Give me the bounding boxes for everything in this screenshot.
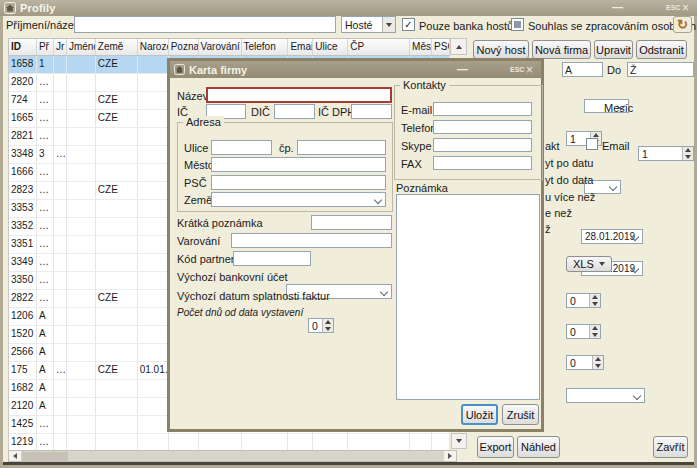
close-button[interactable]: ×: [682, 1, 689, 15]
than-value: 0: [570, 326, 576, 338]
vertical-scrollbar-down-button[interactable]: [451, 433, 467, 449]
splatnost-value: 0: [312, 320, 318, 332]
zeme-dropdown[interactable]: [211, 192, 386, 207]
horizontal-scrollbar[interactable]: [8, 450, 457, 462]
column-header-naroze[interactable]: Naroze: [138, 39, 169, 55]
column-header-čp[interactable]: ČP: [348, 39, 410, 55]
skype-input[interactable]: [433, 138, 532, 152]
export-format-value: XLS: [573, 258, 594, 270]
new-guest-button[interactable]: Nový host: [473, 40, 529, 59]
horizontal-scrollbar-thumb[interactable]: [22, 452, 68, 462]
psc-input[interactable]: [211, 175, 386, 190]
vertical-scrollbar-up-button[interactable]: [450, 38, 467, 55]
telefon-input[interactable]: [433, 120, 532, 134]
window-bottom-edge: [3, 462, 694, 465]
fax-label: FAX: [401, 158, 422, 170]
column-header-země[interactable]: Země: [96, 39, 138, 55]
varovani-input[interactable]: [231, 233, 392, 248]
column-header-telefon[interactable]: Telefon: [242, 39, 289, 55]
export-format-dropdown[interactable]: XLS: [566, 256, 612, 272]
esc-label: ESC: [666, 4, 680, 11]
refresh-icon: ↻: [677, 18, 688, 31]
alpha-from-input[interactable]: [562, 62, 603, 77]
column-header-př[interactable]: Př: [37, 39, 54, 55]
column-header-pozna[interactable]: Pozna: [169, 39, 199, 55]
email-input[interactable]: [433, 102, 532, 116]
day-value: 1: [570, 133, 576, 145]
dialog-close-button[interactable]: ×: [526, 63, 533, 77]
guest-type-arrow-icon[interactable]: [382, 17, 395, 32]
new-company-button[interactable]: Nová firma: [532, 40, 591, 59]
splatnost-spinner[interactable]: 0: [308, 318, 334, 333]
profily-window: Profily — ESC × Příjmení/název Hosté ✓ P…: [0, 0, 697, 468]
spinner-buttons[interactable]: [322, 319, 333, 332]
kratka-poznamka-input[interactable]: [311, 215, 392, 230]
arrow-down-icon: [456, 439, 462, 443]
refresh-button[interactable]: ↻: [673, 16, 692, 33]
mesto-label: Město: [184, 159, 214, 171]
column-header-psč[interactable]: PSČ: [432, 39, 450, 55]
scroll-right-button[interactable]: [444, 451, 456, 461]
column-header-ulice[interactable]: Ulice: [313, 39, 348, 55]
than-spinner[interactable]: 0: [566, 324, 601, 339]
arrow-right-icon: [448, 453, 452, 459]
dialog-minimize-button[interactable]: —: [457, 63, 468, 75]
email-label: E-mail: [401, 104, 432, 116]
column-header-jr[interactable]: Jr: [54, 39, 67, 55]
adresa-legend: Adresa: [183, 116, 224, 128]
ic-dph-input[interactable]: [351, 104, 392, 119]
alpha-to-input[interactable]: [627, 62, 694, 77]
ulice-input[interactable]: [211, 140, 272, 155]
arrow-left-icon: [13, 453, 17, 459]
cp-input[interactable]: [297, 140, 386, 155]
column-header-email[interactable]: Email: [288, 39, 313, 55]
consent-label: Souhlas se zpracováním osobních údajů: [528, 20, 697, 32]
poznamka-textarea[interactable]: [396, 194, 540, 400]
delete-button[interactable]: Odstranit: [636, 40, 687, 59]
filter-dropdown-3[interactable]: [566, 388, 645, 403]
scroll-left-button[interactable]: [9, 451, 21, 461]
varovani-label: Varování: [177, 235, 220, 247]
column-header-varování[interactable]: Varování: [199, 39, 242, 55]
stay-after-label-fragment: yt po datu: [545, 157, 593, 169]
cancel-button[interactable]: Zrušit: [502, 404, 539, 425]
contact-label-fragment: akt: [545, 140, 560, 152]
save-button[interactable]: Uložit: [461, 404, 498, 425]
dic-input[interactable]: [274, 104, 315, 119]
chevron-down-icon: [599, 262, 605, 266]
edit-button[interactable]: Upravit: [594, 40, 633, 59]
spinner-buttons[interactable]: [682, 147, 693, 160]
guest-type-value: Hosté: [345, 19, 372, 31]
ulice-label: Ulice: [184, 142, 208, 154]
column-header-město[interactable]: Město: [410, 39, 432, 55]
more-than-spinner[interactable]: 0: [566, 293, 601, 308]
indeterminate-icon: [514, 21, 521, 28]
name-filter-input[interactable]: [74, 16, 336, 33]
column-header-jméno[interactable]: Jméno: [67, 39, 96, 55]
guest-type-dropdown[interactable]: Hosté: [341, 16, 396, 33]
splatnost-note: Počet dnů od data vystavení: [177, 307, 303, 318]
z-spinner[interactable]: 0: [566, 355, 604, 370]
z-value: 0: [570, 357, 576, 369]
stay-after-date-dropdown[interactable]: 28.01.2019: [581, 229, 643, 244]
export-button[interactable]: Export: [477, 436, 514, 458]
spinner-buttons[interactable]: [589, 325, 600, 338]
app-house-icon: [4, 2, 16, 14]
spinner-buttons[interactable]: [589, 294, 600, 307]
column-header-id[interactable]: ID: [9, 39, 37, 55]
minimize-button[interactable]: —: [612, 1, 623, 13]
preview-button[interactable]: Náhled: [517, 436, 560, 458]
fax-input[interactable]: [433, 156, 532, 170]
mesto-input[interactable]: [211, 157, 386, 172]
window-title: Profily: [20, 2, 56, 14]
kratka-poznamka-label: Krátká poznámka: [177, 217, 263, 229]
month-spinner[interactable]: 1: [638, 146, 694, 161]
consent-checkbox[interactable]: [511, 18, 524, 31]
spinner-buttons[interactable]: [592, 356, 603, 369]
close-window-button[interactable]: Zavřít: [653, 436, 688, 458]
email-filter-checkbox[interactable]: [586, 138, 598, 150]
stay-until-label-fragment: yt do data: [545, 174, 593, 186]
only-bank-checkbox[interactable]: ✓: [402, 18, 415, 31]
kod-partnera-input[interactable]: [233, 251, 311, 266]
nazev-input[interactable]: [206, 87, 392, 103]
